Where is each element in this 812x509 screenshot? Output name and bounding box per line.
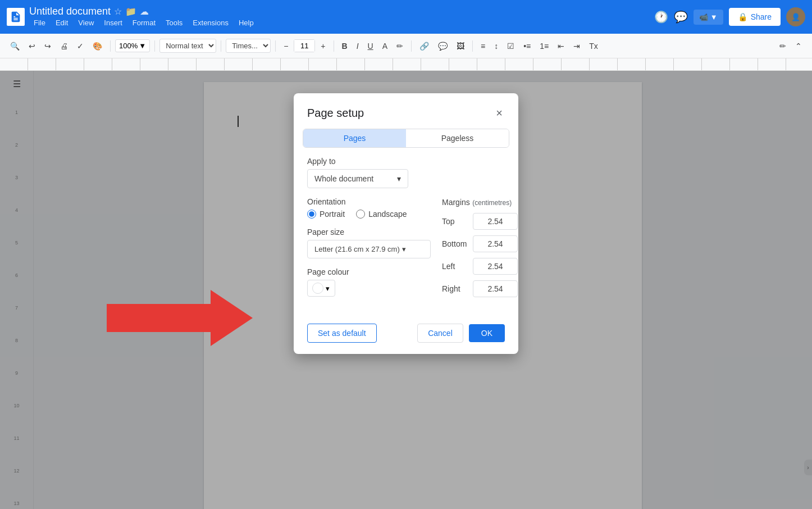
spellcheck-button[interactable]: ✓ (74, 39, 87, 53)
paper-size-caret: ▾ (402, 245, 406, 253)
orientation-section: Orientation Portrait Landscape (307, 197, 431, 219)
margin-bottom-label: Bottom (442, 239, 473, 248)
margin-top-input[interactable] (473, 213, 518, 230)
menu-format[interactable]: Format (128, 17, 160, 28)
link-button[interactable]: 🔗 (416, 39, 432, 53)
paint-format-button[interactable]: 🎨 (89, 39, 106, 53)
font-size-input[interactable] (294, 40, 314, 52)
dialog-header: Page setup × (294, 93, 518, 129)
separator-5 (334, 40, 334, 52)
cancel-button[interactable]: Cancel (417, 324, 463, 343)
dialog-body: Apply to Whole document ▾ Orientation (294, 157, 518, 315)
ruler (0, 58, 812, 71)
undo-button[interactable]: ↩ (25, 39, 39, 53)
colour-caret: ▾ (326, 284, 330, 293)
menu-help[interactable]: Help (234, 17, 258, 28)
camera-icon: 📹 (699, 13, 708, 21)
margin-left-label: Left (442, 262, 473, 271)
chat-button[interactable]: 💬 (674, 10, 688, 24)
collapse-toolbar-button[interactable]: ⌃ (792, 39, 805, 53)
line-spacing-button[interactable]: ↕ (491, 39, 501, 53)
page-colour-label: Page colour (307, 267, 431, 276)
user-avatar[interactable]: 👤 (786, 7, 805, 26)
menu-extensions[interactable]: Extensions (188, 17, 233, 28)
margins-header: Margins (centimetres) (442, 197, 518, 207)
right-col: Margins (centimetres) Top Bottom (442, 197, 518, 306)
margin-left-input[interactable] (473, 258, 518, 275)
pen-button[interactable]: ✏ (776, 39, 790, 53)
font-select[interactable]: Times... (226, 39, 271, 53)
ruler-marks (0, 58, 812, 70)
zoom-select[interactable]: 100% ▼ (115, 39, 150, 52)
menu-insert[interactable]: Insert (99, 17, 127, 28)
redo-button[interactable]: ↪ (41, 39, 54, 53)
separator-3 (221, 40, 221, 52)
page-colour-button[interactable]: ▾ (307, 280, 335, 297)
menu-edit[interactable]: Edit (51, 17, 72, 28)
dropdown-caret: ▾ (397, 174, 401, 183)
history-button[interactable]: 🕐 (654, 10, 668, 24)
font-size-plus[interactable]: + (317, 39, 329, 53)
underline-button[interactable]: U (364, 39, 377, 53)
text-color-button[interactable]: A (379, 39, 391, 53)
dialog-close-button[interactable]: × (494, 104, 505, 122)
margin-right-input[interactable] (473, 280, 518, 297)
margin-top-row: Top (442, 213, 518, 230)
print-button[interactable]: 🖨 (57, 39, 71, 53)
orientation-label: Orientation (307, 197, 431, 206)
comment-button[interactable]: 💬 (435, 39, 451, 53)
lock-icon: 🔒 (738, 12, 747, 21)
landscape-radio[interactable] (356, 210, 365, 219)
top-bar-right: 🕐 💬 📹 ▼ 🔒 Share 👤 (654, 7, 805, 26)
menu-file[interactable]: File (29, 17, 50, 28)
menu-tools[interactable]: Tools (161, 17, 187, 28)
align-button[interactable]: ≡ (477, 39, 489, 53)
svg-marker-0 (107, 290, 253, 346)
separator-1 (110, 40, 111, 52)
bold-button[interactable]: B (339, 39, 351, 53)
set-default-button[interactable]: Set as default (307, 324, 377, 343)
folder-icon[interactable]: 📁 (125, 6, 136, 17)
doc-title[interactable]: Untitled document (29, 6, 111, 17)
portrait-option[interactable]: Portrait (307, 210, 345, 219)
italic-button[interactable]: I (353, 39, 362, 53)
margins-label: Margins (442, 198, 470, 207)
apply-to-section: Apply to Whole document ▾ (307, 157, 505, 188)
checklist-button[interactable]: ☑ (504, 39, 518, 53)
numbered-list-button[interactable]: 1≡ (536, 39, 552, 53)
highlight-button[interactable]: ✏ (393, 39, 407, 53)
apply-to-dropdown[interactable]: Whole document ▾ (307, 169, 408, 188)
clear-format-button[interactable]: Tx (586, 39, 601, 53)
red-arrow-annotation (107, 284, 253, 352)
tab-pageless[interactable]: Pageless (406, 129, 509, 147)
meet-button[interactable]: 📹 ▼ (694, 10, 723, 25)
decrease-indent-button[interactable]: ⇤ (554, 39, 568, 53)
ok-button[interactable]: OK (469, 324, 505, 342)
portrait-radio[interactable] (307, 210, 316, 219)
search-button[interactable]: 🔍 (7, 39, 23, 53)
style-select[interactable]: Normal text (159, 39, 216, 53)
margin-bottom-input[interactable] (473, 235, 518, 252)
margin-top-label: Top (442, 217, 473, 226)
image-button[interactable]: 🖼 (453, 39, 468, 53)
margin-right-row: Right (442, 280, 518, 297)
separator-6 (411, 40, 412, 52)
star-icon[interactable]: ☆ (114, 6, 122, 17)
margins-unit: (centimetres) (472, 199, 512, 207)
menu-view[interactable]: View (74, 17, 98, 28)
font-size-minus[interactable]: − (280, 39, 291, 53)
tab-pages[interactable]: Pages (303, 129, 406, 147)
share-button[interactable]: 🔒 Share (729, 8, 781, 26)
page-colour-section: Page colour ▾ (307, 267, 431, 297)
landscape-option[interactable]: Landscape (356, 210, 407, 219)
orientation-row: Portrait Landscape (307, 210, 431, 219)
paper-size-section: Paper size Letter (21.6 cm x 27.9 cm) ▾ (307, 228, 431, 258)
cloud-icon[interactable]: ☁ (140, 6, 149, 17)
dialog-tabs: Pages Pageless (303, 129, 509, 148)
paper-size-dropdown[interactable]: Letter (21.6 cm x 27.9 cm) ▾ (307, 240, 431, 258)
doc-icon (7, 8, 25, 26)
colour-swatch (312, 283, 323, 294)
bullet-list-button[interactable]: •≡ (520, 39, 534, 53)
left-col: Orientation Portrait Landscape (307, 197, 431, 306)
increase-indent-button[interactable]: ⇥ (570, 39, 583, 53)
